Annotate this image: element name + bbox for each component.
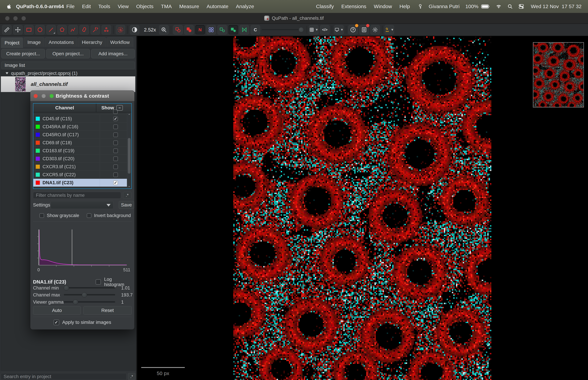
- pixel-classification-button[interactable]: [240, 25, 249, 35]
- show-detections-button[interactable]: [217, 25, 227, 35]
- menu-edit[interactable]: Edit: [82, 3, 91, 9]
- help-button[interactable]: ?: [348, 25, 358, 35]
- fill-annotations-button[interactable]: [184, 25, 194, 35]
- wifi-icon[interactable]: [496, 3, 502, 9]
- tab-workflow[interactable]: Workflow: [107, 38, 133, 47]
- tma-grid-button[interactable]: [206, 25, 216, 35]
- battery-icon[interactable]: [481, 4, 490, 9]
- channel-column-header[interactable]: Channel: [33, 104, 96, 112]
- menu-view[interactable]: View: [118, 3, 129, 9]
- channel-show-checkbox[interactable]: [113, 116, 118, 121]
- channel-color-swatch[interactable]: [36, 165, 40, 169]
- ellipse-tool-button[interactable]: [35, 25, 45, 35]
- rectangle-tool-button[interactable]: [24, 25, 34, 35]
- reset-button[interactable]: Reset: [83, 306, 132, 315]
- channel-show-checkbox[interactable]: [113, 156, 118, 161]
- measure-tool-button[interactable]: [2, 25, 12, 35]
- channel-row[interactable]: DNA1.tif (C23): [33, 179, 131, 187]
- open-project-button[interactable]: Open project...: [46, 49, 90, 58]
- zoom-to-fit-button[interactable]: [159, 25, 169, 35]
- slider-knob[interactable]: [73, 299, 78, 305]
- project-search-regex-button[interactable]: .*: [128, 373, 135, 380]
- tissue-image[interactable]: [233, 37, 491, 380]
- stage-control-button[interactable]: ▼: [384, 25, 394, 35]
- menu-automate[interactable]: Automate: [207, 3, 228, 9]
- apply-similar-images-checkbox[interactable]: [54, 320, 59, 325]
- log-viewer-button[interactable]: [359, 25, 369, 35]
- points-tool-button[interactable]: [102, 25, 111, 35]
- menu-objects[interactable]: Objects: [136, 3, 153, 9]
- menu-help[interactable]: Help: [399, 3, 410, 9]
- channel-color-swatch[interactable]: [36, 117, 40, 121]
- channel-color-swatch[interactable]: [36, 181, 40, 185]
- line-tool-button[interactable]: [46, 25, 56, 35]
- opacity-slider[interactable]: [262, 25, 304, 35]
- channel-row[interactable]: CD69.tif (C18): [33, 139, 131, 147]
- wand-tool-button[interactable]: [91, 25, 100, 35]
- channel-viewer-button[interactable]: C: [251, 25, 260, 35]
- brightness-contrast-button[interactable]: [130, 25, 139, 35]
- channel-color-swatch[interactable]: [36, 125, 40, 129]
- scroll-up-icon[interactable]: ⌃: [127, 113, 131, 117]
- save-settings-button[interactable]: Save: [119, 201, 134, 209]
- app-menu-title[interactable]: QuPath-0.6.0-arm64: [16, 3, 64, 9]
- viewer-gamma-slider[interactable]: [64, 301, 115, 303]
- spotlight-search-icon[interactable]: [507, 4, 513, 9]
- invert-background-checkbox[interactable]: [87, 213, 91, 218]
- channel-color-swatch[interactable]: [36, 157, 40, 161]
- polygon-tool-button[interactable]: [57, 25, 67, 35]
- control-center-icon[interactable]: [519, 4, 524, 9]
- menu-classify[interactable]: Classify: [316, 3, 334, 9]
- keychain-icon[interactable]: [417, 4, 423, 9]
- channel-row[interactable]: CD45RA.tif (C16): [33, 123, 131, 131]
- tree-expand-icon[interactable]: [6, 72, 8, 74]
- channel-row[interactable]: CD163.tif (C19): [33, 147, 131, 155]
- project-search-input[interactable]: [1, 373, 127, 380]
- menu-clock[interactable]: Wed 12 Nov 17 57 32: [531, 3, 582, 9]
- tab-image[interactable]: Image: [24, 38, 44, 47]
- menu-tma[interactable]: TMA: [161, 3, 172, 9]
- channel-filter-regex-button[interactable]: .*: [123, 192, 131, 199]
- move-tool-button[interactable]: [13, 25, 23, 35]
- script-editor-button[interactable]: </>: [320, 25, 330, 35]
- menu-window[interactable]: Window: [374, 3, 392, 9]
- channel-show-checkbox[interactable]: [113, 133, 118, 137]
- channel-max-slider[interactable]: [64, 294, 115, 296]
- menu-measure[interactable]: Measure: [179, 3, 199, 9]
- brush-tool-button[interactable]: [79, 25, 89, 35]
- channel-row[interactable]: CD45RO.tif (C17): [33, 131, 131, 139]
- add-images-button[interactable]: Add images...: [91, 49, 135, 58]
- channel-row[interactable]: CXCR3.tif (C21): [33, 163, 131, 171]
- channel-color-swatch[interactable]: [36, 149, 40, 153]
- channel-show-checkbox[interactable]: [113, 149, 118, 153]
- menu-extensions[interactable]: Extensions: [341, 3, 366, 9]
- channel-min-slider[interactable]: [64, 287, 115, 289]
- magnification-label[interactable]: 2.52x: [144, 27, 156, 33]
- channel-show-checkbox[interactable]: [113, 172, 118, 177]
- slider-knob[interactable]: [82, 292, 87, 298]
- channel-show-checkbox[interactable]: [113, 165, 118, 169]
- channel-show-checkbox[interactable]: [113, 125, 118, 129]
- channel-color-swatch[interactable]: [36, 133, 40, 137]
- overview-map[interactable]: [533, 42, 584, 108]
- scrollbar-thumb[interactable]: [128, 138, 131, 174]
- tab-annotations[interactable]: Annotations: [45, 38, 77, 47]
- menu-file[interactable]: File: [66, 3, 75, 9]
- channel-show-checkbox[interactable]: [113, 140, 118, 145]
- polyline-tool-button[interactable]: [68, 25, 78, 35]
- settings-dropdown[interactable]: [51, 201, 114, 209]
- selection-mode-button[interactable]: S: [116, 25, 125, 35]
- channel-row[interactable]: CXCR5.tif (C22): [33, 171, 131, 179]
- channel-row[interactable]: CD303.tif (C20): [33, 155, 131, 163]
- measurement-tables-button[interactable]: ▼: [309, 25, 319, 35]
- project-tree-node[interactable]: qupath_project/project.qpproj (1): [1, 70, 135, 76]
- image-viewer[interactable]: 50 px: [137, 36, 588, 380]
- channel-color-swatch[interactable]: [36, 141, 40, 145]
- scroll-down-icon[interactable]: ⌄: [127, 184, 131, 188]
- channel-row[interactable]: CD45.tif (C15): [33, 115, 131, 123]
- dialog-title-bar[interactable]: Brightness & contrast: [30, 91, 134, 101]
- channel-table-scrollbar[interactable]: ⌃ ⌄: [127, 113, 131, 189]
- apple-logo-icon[interactable]: [6, 4, 12, 9]
- fast-user-switch-label[interactable]: Givanna Putri: [429, 3, 460, 9]
- opacity-slider-knob[interactable]: [299, 27, 304, 32]
